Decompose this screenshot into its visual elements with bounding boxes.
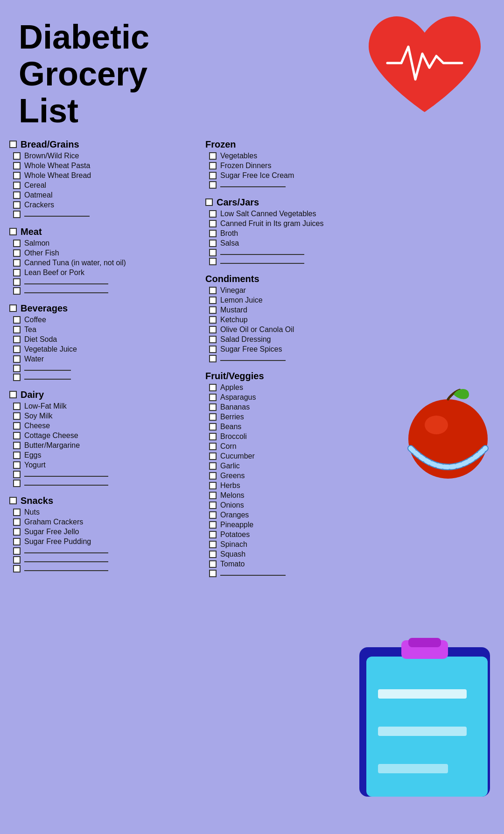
- item-label: Sugar Free Spices: [220, 345, 282, 353]
- checkbox[interactable]: [209, 306, 217, 314]
- checkbox[interactable]: [13, 259, 21, 267]
- checkbox[interactable]: [209, 297, 217, 304]
- checkbox[interactable]: [13, 201, 21, 209]
- checkbox[interactable]: [13, 346, 21, 353]
- checkbox[interactable]: [13, 547, 21, 555]
- blank-item: [205, 249, 495, 256]
- checkbox[interactable]: [13, 172, 21, 179]
- checkbox[interactable]: [13, 565, 21, 572]
- section-title-meat: Meat: [21, 226, 42, 237]
- checkbox[interactable]: [209, 394, 217, 401]
- section-title-fruit-veggies: Fruit/Veggies: [205, 371, 264, 382]
- checkbox[interactable]: [209, 452, 217, 460]
- checkbox[interactable]: [13, 316, 21, 324]
- checkbox[interactable]: [209, 531, 217, 538]
- list-item: Spinach: [205, 540, 495, 549]
- checkbox[interactable]: [209, 152, 217, 160]
- checkbox[interactable]: [13, 152, 21, 160]
- checkbox[interactable]: [209, 316, 217, 324]
- checkbox[interactable]: [209, 220, 217, 227]
- item-label: Nuts: [24, 508, 40, 516]
- blank-item: [9, 278, 205, 286]
- checkbox[interactable]: [209, 181, 217, 189]
- checkbox[interactable]: [13, 240, 21, 247]
- checkbox[interactable]: [13, 162, 21, 170]
- checkbox[interactable]: [13, 480, 21, 487]
- checkbox[interactable]: [13, 287, 21, 295]
- checkbox[interactable]: [13, 211, 21, 218]
- checkbox[interactable]: [209, 541, 217, 548]
- checkbox-meat[interactable]: [9, 228, 17, 235]
- checkbox[interactable]: [13, 432, 21, 439]
- item-label: Yogurt: [24, 461, 46, 469]
- checkbox[interactable]: [209, 521, 217, 529]
- checkbox[interactable]: [209, 462, 217, 470]
- checkbox[interactable]: [209, 511, 217, 519]
- checkbox[interactable]: [13, 452, 21, 459]
- checkbox[interactable]: [209, 172, 217, 179]
- checkbox[interactable]: [13, 355, 21, 363]
- checkbox[interactable]: [209, 287, 217, 294]
- checkbox[interactable]: [209, 336, 217, 343]
- checkbox[interactable]: [209, 326, 217, 333]
- checkbox[interactable]: [209, 570, 217, 577]
- checkbox[interactable]: [13, 442, 21, 449]
- section-title-bread-grains: Bread/Grains: [21, 139, 79, 150]
- checkbox-beverages[interactable]: [9, 304, 17, 312]
- svg-point-1: [425, 416, 448, 434]
- checkbox[interactable]: [209, 249, 217, 256]
- item-label: Whole Wheat Pasta: [24, 162, 90, 170]
- checkbox[interactable]: [209, 551, 217, 558]
- checkbox[interactable]: [209, 403, 217, 411]
- checkbox[interactable]: [13, 556, 21, 564]
- checkbox[interactable]: [13, 249, 21, 257]
- checkbox[interactable]: [13, 412, 21, 420]
- checkbox[interactable]: [13, 403, 21, 410]
- item-label: Coffee: [24, 316, 46, 324]
- checkbox[interactable]: [209, 355, 217, 362]
- checkbox[interactable]: [209, 502, 217, 509]
- checkbox[interactable]: [209, 492, 217, 499]
- checkbox[interactable]: [209, 560, 217, 568]
- checkbox[interactable]: [209, 482, 217, 489]
- item-label: Crackers: [24, 201, 54, 209]
- checkbox[interactable]: [209, 413, 217, 421]
- checkbox[interactable]: [13, 365, 21, 372]
- section-title-snacks: Snacks: [21, 495, 53, 506]
- checkbox[interactable]: [209, 384, 217, 391]
- checkbox[interactable]: [13, 269, 21, 276]
- checkbox-bread-grains[interactable]: [9, 141, 17, 148]
- list-item: Broth: [205, 229, 495, 238]
- checkbox[interactable]: [209, 443, 217, 450]
- checkbox[interactable]: [13, 509, 21, 516]
- checkbox[interactable]: [209, 240, 217, 247]
- checkbox[interactable]: [13, 374, 21, 381]
- checkbox[interactable]: [209, 433, 217, 440]
- checkbox[interactable]: [209, 423, 217, 431]
- checkbox[interactable]: [209, 346, 217, 353]
- checkbox[interactable]: [13, 182, 21, 189]
- checkbox[interactable]: [13, 278, 21, 286]
- checkbox[interactable]: [209, 258, 217, 265]
- list-item: Low Salt Canned Vegetables: [205, 210, 495, 218]
- checkbox[interactable]: [13, 326, 21, 333]
- checkbox[interactable]: [13, 471, 21, 478]
- checkbox[interactable]: [13, 191, 21, 199]
- checkbox-dairy[interactable]: [9, 391, 17, 398]
- checkbox-snacks[interactable]: [9, 497, 17, 504]
- checkbox[interactable]: [209, 472, 217, 480]
- right-column: Frozen Vegetables Frozen Dinners Sugar F…: [205, 139, 495, 586]
- checkbox[interactable]: [13, 518, 21, 526]
- checkbox[interactable]: [209, 230, 217, 237]
- checkbox[interactable]: [13, 422, 21, 430]
- checkbox[interactable]: [209, 162, 217, 170]
- blank-item: [205, 258, 495, 265]
- checkbox[interactable]: [209, 210, 217, 218]
- list-item: Other Fish: [9, 249, 205, 257]
- checkbox[interactable]: [13, 336, 21, 343]
- checkbox[interactable]: [13, 528, 21, 536]
- checkbox[interactable]: [13, 538, 21, 545]
- item-label: Cheese: [24, 422, 50, 430]
- checkbox-cans-jars[interactable]: [205, 198, 213, 206]
- checkbox[interactable]: [13, 461, 21, 469]
